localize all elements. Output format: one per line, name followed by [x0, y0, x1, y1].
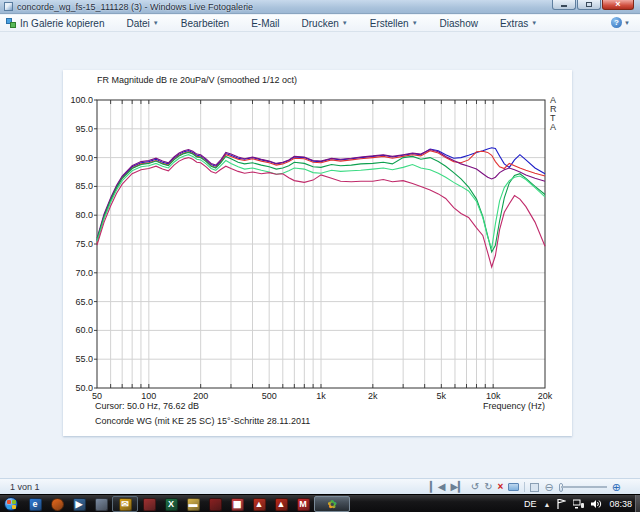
- chevron-up-icon[interactable]: ▲: [544, 501, 551, 508]
- clock[interactable]: 08:38: [609, 499, 632, 509]
- taskbar-app-grey[interactable]: [90, 496, 112, 512]
- delete-icon[interactable]: ×: [498, 480, 504, 494]
- taskbar-firefox[interactable]: [46, 496, 68, 512]
- slideshow-icon[interactable]: [508, 483, 519, 491]
- menu-item-email[interactable]: E-Mail: [251, 18, 279, 29]
- taskbar-internet-explorer[interactable]: e: [24, 496, 46, 512]
- chevron-down-icon: ▼: [531, 20, 537, 26]
- desktop-screen: concorde_wg_fs-15_111128 (3) - Windows L…: [0, 0, 640, 512]
- photo-image: FR Magnitude dB re 20uPa/V (smoothed 1/1…: [63, 70, 572, 436]
- taskbar-photo-gallery-icon: ✿: [326, 498, 339, 511]
- maximize-button[interactable]: [577, 0, 601, 10]
- start-button[interactable]: [4, 497, 18, 511]
- y-tick-label: 90.0: [63, 153, 93, 163]
- menu-item-label: Bearbeiten: [181, 18, 229, 29]
- minimize-button[interactable]: [552, 0, 576, 10]
- taskbar-internet-explorer-icon: e: [29, 498, 42, 511]
- previous-icon[interactable]: ▎◀: [430, 480, 445, 494]
- taskbar-media-player[interactable]: ▶: [68, 496, 90, 512]
- taskbar: e▶✉X▬▦▲▲M✿ DE ▲ 08:38: [0, 494, 640, 512]
- menu-item-datei[interactable]: Datei▼: [127, 18, 159, 29]
- chevron-down-icon: ▼: [624, 20, 630, 26]
- viewer-controls: ▎◀ ▶▎ ↺ ↻ × ⊖ ⊕: [430, 479, 621, 495]
- taskbar-app-media-2-icon: ▲: [275, 498, 288, 511]
- close-button[interactable]: ×: [602, 0, 634, 10]
- y-tick-label: 65.0: [63, 297, 93, 307]
- y-tick-label: 55.0: [63, 354, 93, 364]
- taskbar-app-media-2[interactable]: ▲: [270, 496, 292, 512]
- window-titlebar: concorde_wg_fs-15_111128 (3) - Windows L…: [0, 0, 640, 14]
- taskbar-app-red[interactable]: [138, 496, 160, 512]
- menu-item-label: Extras: [500, 18, 528, 29]
- taskbar-excel-icon: X: [165, 498, 178, 511]
- menu-item-label: Datei: [127, 18, 150, 29]
- copy-to-gallery-icon: [6, 18, 16, 28]
- x-tick-label: 20k: [532, 391, 558, 401]
- menu-item-bearbeiten[interactable]: Bearbeiten: [181, 18, 229, 29]
- copy-to-gallery-label: In Galerie kopieren: [20, 18, 105, 29]
- help-button[interactable]: ? ▼: [611, 17, 630, 28]
- taskbar-app-media-1[interactable]: ▲: [248, 496, 270, 512]
- taskbar-outlook[interactable]: ✉: [112, 496, 138, 512]
- menu-item-label: Drucken: [302, 18, 339, 29]
- y-tick-label: 95.0: [63, 124, 93, 134]
- y-tick-label: 100.0: [63, 95, 93, 105]
- y-tick-label: 80.0: [63, 210, 93, 220]
- window-controls: ×: [551, 0, 634, 10]
- taskbar-app-darkred[interactable]: [204, 496, 226, 512]
- divider: [524, 482, 525, 492]
- menu-item-diashow[interactable]: Diashow: [440, 18, 478, 29]
- chevron-down-icon: ▼: [342, 20, 348, 26]
- taskbar-icons: e▶✉X▬▦▲▲M✿: [2, 495, 350, 512]
- x-tick-label: 100: [136, 391, 162, 401]
- item-count-label: 1 von 1: [10, 482, 40, 492]
- taskbar-app-red-icon: [143, 498, 156, 511]
- x-tick-label: 50: [84, 391, 110, 401]
- y-tick-label: 60.0: [63, 325, 93, 335]
- chevron-down-icon: ▼: [153, 20, 159, 26]
- taskbar-paint-grid-icon: ▦: [231, 498, 244, 511]
- menu-item-extras[interactable]: Extras▼: [500, 18, 537, 29]
- taskbar-excel[interactable]: X: [160, 496, 182, 512]
- rotate-ccw-icon[interactable]: ↺: [471, 480, 479, 494]
- taskbar-photo-gallery[interactable]: ✿: [314, 496, 350, 512]
- menu-bar: In Galerie kopieren Datei▼BearbeitenE-Ma…: [0, 15, 640, 32]
- taskbar-app-m[interactable]: M: [292, 496, 314, 512]
- menu-item-erstellen[interactable]: Erstellen▼: [370, 18, 418, 29]
- y-tick-label: 70.0: [63, 268, 93, 278]
- menu-items: Datei▼BearbeitenE-MailDrucken▼Erstellen▼…: [127, 18, 538, 29]
- network-icon[interactable]: [573, 499, 584, 509]
- x-tick-label: 200: [188, 391, 214, 401]
- chevron-down-icon: ▼: [412, 20, 418, 26]
- frequency-response-plot: [63, 70, 572, 436]
- show-desktop-button[interactable]: [635, 495, 640, 512]
- copy-to-gallery-button[interactable]: In Galerie kopieren: [6, 18, 105, 29]
- flag-icon[interactable]: [557, 499, 566, 509]
- taskbar-app-m-icon: M: [297, 498, 310, 511]
- taskbar-explorer-folder[interactable]: ▬: [182, 496, 204, 512]
- taskbar-app-grey-icon: [95, 498, 108, 511]
- zoom-out-icon[interactable]: ⊖: [544, 481, 553, 494]
- rotate-cw-icon[interactable]: ↻: [484, 480, 492, 494]
- zoom-slider[interactable]: [559, 483, 607, 492]
- window-title: concorde_wg_fs-15_111128 (3) - Windows L…: [17, 2, 253, 12]
- help-question-icon: ?: [611, 17, 622, 28]
- next-icon[interactable]: ▶▎: [450, 480, 465, 494]
- taskbar-app-media-1-icon: ▲: [253, 498, 266, 511]
- taskbar-outlook-icon: ✉: [119, 498, 132, 511]
- language-indicator[interactable]: DE: [524, 499, 537, 509]
- y-tick-label: 85.0: [63, 181, 93, 191]
- zoom-in-icon[interactable]: ⊕: [612, 481, 621, 494]
- x-tick-label: 10k: [480, 391, 506, 401]
- menu-item-label: E-Mail: [251, 18, 279, 29]
- menu-item-label: Diashow: [440, 18, 478, 29]
- menu-item-drucken[interactable]: Drucken▼: [302, 18, 348, 29]
- taskbar-media-player-icon: ▶: [73, 498, 86, 511]
- volume-icon[interactable]: [591, 499, 602, 509]
- taskbar-paint-grid[interactable]: ▦: [226, 496, 248, 512]
- y-tick-label: 75.0: [63, 239, 93, 249]
- fit-size-icon[interactable]: [530, 483, 539, 492]
- x-tick-label: 500: [256, 391, 282, 401]
- app-icon: [4, 2, 13, 11]
- menu-item-label: Erstellen: [370, 18, 409, 29]
